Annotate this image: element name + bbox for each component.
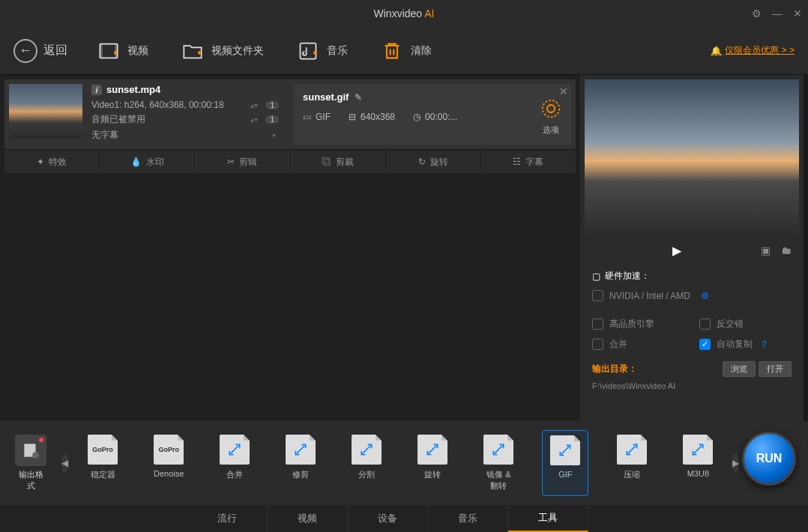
svg-point-7 [32, 452, 39, 459]
hw-accel-label: ▢ 硬件加速： [592, 270, 792, 282]
chip-icon: ▢ [592, 271, 600, 282]
format-file-icon [683, 435, 713, 465]
category-tab-视频[interactable]: 视频 [268, 505, 348, 532]
run-button[interactable]: RUN [742, 432, 796, 486]
snapshot-icon[interactable]: ▣ [761, 244, 771, 256]
trash-icon [381, 40, 403, 62]
settings-icon[interactable]: ⚙ [752, 7, 762, 19]
edit-toolbar: ✦特效 💧水印 ✂剪辑 ⿻剪裁 ↻旋转 ☷字幕 [4, 151, 576, 173]
autocopy-checkbox[interactable]: ✓ [699, 339, 711, 350]
minimize-icon[interactable]: — [772, 7, 783, 19]
format-icon: ▭ [303, 112, 311, 122]
format-settings-icon [15, 435, 46, 466]
scroll-left-button[interactable]: ◀ [61, 453, 68, 473]
add-video-button[interactable]: 视频 [97, 40, 148, 62]
hq-checkbox[interactable] [592, 318, 603, 330]
thumbnail [9, 84, 82, 139]
format-压缩[interactable]: 压缩 [609, 430, 654, 496]
file-name: i sunset.mp4 [91, 84, 279, 95]
output-filename: sunset.gif ✎ [303, 91, 562, 103]
main-toolbar: ← 返回 视频 视频文件夹 音乐 清除 🔔 仅限会员优惠 > > [0, 27, 808, 75]
category-tab-设备[interactable]: 设备 [348, 505, 428, 532]
merge-checkbox[interactable] [592, 339, 603, 350]
format-file-icon [550, 435, 580, 465]
format-file-icon [617, 435, 647, 465]
play-button[interactable]: ▶ [672, 244, 681, 258]
output-path: F:\videos\Winxvideo AI [592, 381, 792, 390]
folder-icon [181, 40, 204, 62]
category-tabs: 流行视频设备音乐工具 [0, 505, 808, 532]
output-format-button[interactable]: 输出格式 [15, 435, 46, 492]
app-title: Winxvideo AI [374, 7, 435, 19]
format-合并[interactable]: 合并 [212, 430, 257, 496]
category-tab-工具[interactable]: 工具 [508, 505, 588, 532]
format-file-icon [286, 435, 316, 465]
format-M3U8[interactable]: M3U8 [675, 430, 720, 496]
remove-file-button[interactable]: ✕ [559, 85, 568, 97]
format-file-icon [483, 435, 513, 465]
info-icon[interactable]: i [91, 85, 102, 95]
close-icon[interactable]: ✕ [793, 7, 802, 19]
codec-options-button[interactable]: 选项 [540, 97, 562, 136]
format-file-icon [220, 435, 250, 465]
format-分割[interactable]: 分割 [344, 430, 389, 496]
open-button[interactable]: 打开 [759, 361, 792, 377]
crop-button[interactable]: ⿻剪裁 [291, 151, 386, 173]
svg-point-5 [547, 105, 555, 112]
clock-icon: ◷ [413, 112, 420, 122]
add-folder-button[interactable]: 视频文件夹 [181, 40, 264, 62]
subtitle-button[interactable]: ☷字幕 [481, 151, 576, 173]
format-镜像 & 翻转[interactable]: 镜像 & 翻转 [476, 430, 521, 496]
output-dir-label: 输出目录： [592, 363, 637, 375]
category-tab-流行[interactable]: 流行 [187, 505, 268, 532]
help-icon[interactable]: ? [762, 339, 767, 350]
folder-icon[interactable]: 🖿 [781, 244, 792, 256]
back-label: 返回 [43, 43, 67, 58]
video-preview[interactable] [585, 79, 799, 237]
back-arrow-icon: ← [13, 39, 37, 63]
format-file-icon: GoPro [154, 435, 184, 465]
scroll-right-button[interactable]: ▶ [732, 453, 739, 473]
svg-rect-3 [301, 43, 316, 58]
rotate-button[interactable]: ↻旋转 [386, 151, 481, 173]
deinterlace-checkbox[interactable] [699, 318, 711, 330]
format-file-icon: GoPro [88, 435, 118, 465]
resolution-icon: ⊟ [349, 112, 356, 122]
category-tab-音乐[interactable]: 音乐 [428, 505, 508, 532]
add-music-button[interactable]: 音乐 [297, 40, 348, 62]
file-item[interactable]: i sunset.mp4 Video1: h264, 640x368, 00:0… [4, 79, 576, 149]
format-Denoise[interactable]: GoProDenoise [146, 430, 191, 496]
watermark-button[interactable]: 💧水印 [100, 151, 195, 173]
svg-rect-1 [100, 43, 103, 58]
trim-button[interactable]: ✂剪辑 [195, 151, 290, 173]
clear-button[interactable]: 清除 [381, 40, 432, 62]
format-file-icon [352, 435, 382, 465]
edit-name-icon[interactable]: ✎ [355, 92, 362, 103]
music-icon [297, 40, 319, 62]
title-bar: Winxvideo AI ⚙ — ✕ [0, 0, 808, 27]
video-icon [97, 40, 120, 62]
hw-settings-icon[interactable]: ⚙ [701, 291, 709, 301]
file-list-panel: i sunset.mp4 Video1: h264, 640x368, 00:0… [0, 75, 580, 421]
preview-panel: ▶ ▣ 🖿 ▢ 硬件加速： NVIDIA / Intel / AMD ⚙ 高品质… [580, 75, 804, 421]
bell-icon: 🔔 [711, 46, 722, 56]
format-修剪[interactable]: 修剪 [278, 430, 323, 496]
format-稳定器[interactable]: GoPro稳定器 [80, 430, 125, 496]
back-button[interactable]: ← 返回 [13, 39, 67, 63]
gpu-checkbox[interactable] [592, 290, 603, 301]
promo-link[interactable]: 🔔 仅限会员优惠 > > [711, 44, 795, 57]
output-settings: ✕ sunset.gif ✎ ▭GIF ⊟640x368 ◷00:00:... … [294, 84, 571, 145]
format-GIF[interactable]: GIF [542, 430, 588, 496]
format-bar: 输出格式 ◀ GoPro稳定器GoProDenoise合并修剪分割旋转镜像 & … [0, 421, 808, 505]
effects-button[interactable]: ✦特效 [4, 151, 100, 173]
format-file-icon [417, 435, 447, 465]
format-旋转[interactable]: 旋转 [410, 430, 455, 496]
svg-point-4 [543, 100, 560, 118]
browse-button[interactable]: 浏览 [723, 361, 756, 377]
